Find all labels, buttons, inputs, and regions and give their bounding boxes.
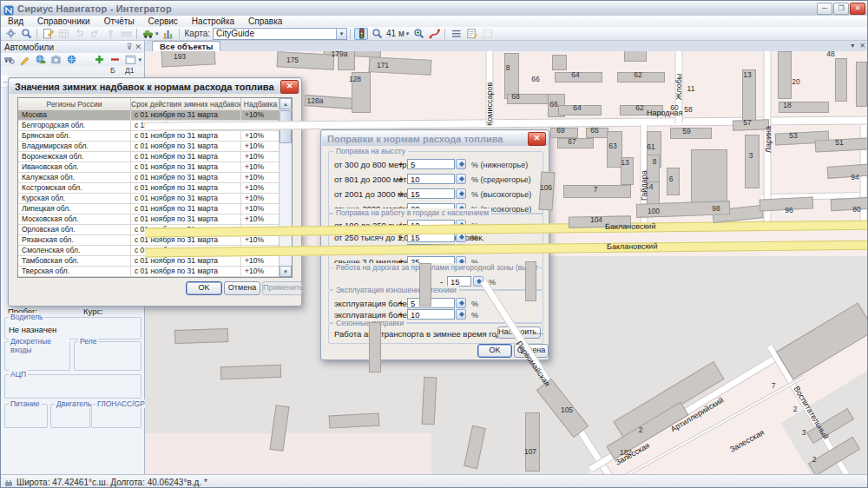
value-field[interactable]: 10 xyxy=(407,309,455,320)
value-field[interactable]: 10 xyxy=(407,174,455,184)
menu-item-1[interactable]: Справочники xyxy=(30,16,97,27)
undo-icon[interactable] xyxy=(72,28,86,40)
remove-icon[interactable] xyxy=(108,54,122,66)
list-icon[interactable] xyxy=(449,28,463,40)
pin-map-icon[interactable] xyxy=(103,28,117,40)
gear-icon[interactable] xyxy=(3,28,17,40)
cell-region: Москва xyxy=(18,110,131,120)
dialog1-apply-button[interactable]: Применить xyxy=(262,281,302,295)
menu-item-3[interactable]: Сервис xyxy=(141,16,185,27)
car-search-icon[interactable] xyxy=(2,54,16,66)
gps-group: ГЛОНАСС/GPS xyxy=(91,404,141,428)
window-titlebar: Сириус Навигатор - Интегратор ─ ❐ ✕ xyxy=(1,1,867,16)
menu-item-2[interactable]: Отчёты xyxy=(97,16,141,27)
zoom-level-dropdown[interactable]: 41 м▾ xyxy=(386,29,409,38)
spinner-control[interactable] xyxy=(456,174,466,184)
power-group: Питание xyxy=(4,404,48,428)
building xyxy=(835,58,847,102)
menu-item-5[interactable]: Справка xyxy=(241,16,289,27)
route-icon[interactable] xyxy=(427,28,441,40)
globe-icon[interactable] xyxy=(64,54,78,66)
menu-item-4[interactable]: Настройка xyxy=(185,16,241,27)
map-source-value: CityGuide xyxy=(216,29,254,38)
building-number: 67 xyxy=(568,137,575,146)
restore-button[interactable]: ❐ xyxy=(833,3,849,15)
zoom-icon[interactable] xyxy=(370,28,384,40)
table-row[interactable]: Тульская обл.с 01 ноября по 31 марта+10% xyxy=(18,277,279,278)
scroll-down-icon[interactable]: ▼ xyxy=(279,266,292,277)
edit-doc-icon[interactable] xyxy=(41,28,55,40)
photo-icon[interactable] xyxy=(49,54,62,66)
spinner-control[interactable] xyxy=(456,298,466,308)
driver-value: Не назначен xyxy=(9,325,56,334)
panel-close-icon[interactable]: ✕ xyxy=(135,43,141,51)
tab-menu-icon[interactable]: ▾ xyxy=(851,42,854,49)
engine-group: Двигатель xyxy=(50,404,90,428)
frame-icon[interactable] xyxy=(480,28,494,40)
value-field[interactable]: 15 xyxy=(407,188,455,199)
column-b: Б xyxy=(110,66,115,75)
traffic-light-icon[interactable] xyxy=(354,28,368,40)
cell-region: Белгородская обл. xyxy=(18,121,131,130)
table-row[interactable]: Ивановская обл.с 01 ноября по 31 марта+1… xyxy=(18,162,279,173)
table-row[interactable]: Костромская обл.с 01 ноября по 31 марта+… xyxy=(18,183,279,194)
menu-bar: ВидСправочникиОтчётыСервисНастройкаСправ… xyxy=(1,16,867,28)
chart-icon[interactable] xyxy=(161,28,175,40)
dialog2-close-icon[interactable]: ✕ xyxy=(528,132,546,146)
note-icon[interactable] xyxy=(464,28,478,40)
building xyxy=(778,51,792,99)
panel-icon[interactable] xyxy=(123,54,137,66)
dialog1-cancel-button[interactable]: Отмена xyxy=(224,281,260,295)
cell-period: с 01 ноября по 31 марта xyxy=(131,183,241,193)
table-row[interactable]: Московская обл.с 01 ноября по 31 марта+1… xyxy=(18,214,279,225)
cell-period: с 01 ноября по 31 марта xyxy=(131,277,241,278)
minimize-button[interactable]: ─ xyxy=(817,3,832,15)
pencil-icon[interactable] xyxy=(17,54,31,66)
add-icon[interactable] xyxy=(92,54,106,66)
vehicles-panel-header: Автомобили ⊽ ✕ xyxy=(1,41,144,54)
table-row[interactable]: Тверская обл.с 01 ноября по 31 марта+10% xyxy=(18,267,279,277)
chevron-down-icon: ▾ xyxy=(406,30,410,37)
table-row[interactable]: Курская обл.с 01 ноября по 31 марта+10% xyxy=(18,194,279,204)
discrete-inputs-group: Дискретные входы xyxy=(4,341,70,371)
dialog1-ok-button[interactable]: OK xyxy=(186,281,222,295)
dialog1-close-icon[interactable]: ✕ xyxy=(280,80,299,94)
map-source-combo[interactable]: CityGuide▾ xyxy=(213,28,347,40)
dialog2-ok-button[interactable]: OK xyxy=(477,344,512,358)
pin-icon[interactable]: ⊽ xyxy=(127,43,133,51)
table-row[interactable]: Калужская обл.с 01 ноября по 31 марта+10… xyxy=(18,173,279,183)
zoom-icon[interactable] xyxy=(19,28,33,40)
spinner-control[interactable] xyxy=(456,309,466,320)
col-period: Срок действия зимних надбавок xyxy=(131,98,241,110)
globe-car-icon[interactable] xyxy=(33,54,47,66)
spinner-control[interactable] xyxy=(456,188,466,199)
table-row[interactable]: Липецкая обл.с 01 ноября по 31 марта+10% xyxy=(18,204,279,214)
car-icon[interactable] xyxy=(141,28,155,40)
column-d1: Д1 xyxy=(125,66,134,75)
building-number: 105 xyxy=(561,406,573,414)
tree-expander[interactable]: – xyxy=(3,77,7,86)
cell-allowance: +10% xyxy=(241,214,279,224)
table-row[interactable]: Москвас 01 ноября по 31 марта+10% xyxy=(18,110,279,121)
spinner-control[interactable] xyxy=(456,159,466,169)
cell-region: Курская обл. xyxy=(18,194,131,203)
redo-icon[interactable] xyxy=(88,28,102,40)
building xyxy=(419,263,431,307)
table-row[interactable]: Тамбовская обл.с 01 ноября по 31 марта+1… xyxy=(18,256,279,267)
tab-close-icon[interactable]: ✕ xyxy=(859,42,865,49)
table-row[interactable]: Воронежская обл.с 01 ноября по 31 марта+… xyxy=(18,152,279,162)
menu-item-0[interactable]: Вид xyxy=(1,16,30,27)
table-row[interactable]: Брянская обл.с 01 ноября по 31 марта+10% xyxy=(18,131,279,142)
value-field[interactable]: 5 xyxy=(407,159,455,169)
close-button[interactable]: ✕ xyxy=(850,3,865,15)
building-number: 69 xyxy=(556,126,564,135)
toolbar-separator xyxy=(36,29,37,39)
grid-icon[interactable] xyxy=(56,28,70,40)
table-row[interactable]: Владимирская обл.с 01 ноября по 31 марта… xyxy=(18,142,279,152)
cell-region: Калужская обл. xyxy=(18,173,131,182)
scroll-up-icon[interactable]: ▲ xyxy=(279,98,292,109)
ruler-icon[interactable] xyxy=(119,28,133,40)
building-number: 7 xyxy=(772,381,776,390)
cell-allowance: +10% xyxy=(241,267,279,276)
zoom-plus-icon[interactable] xyxy=(411,28,425,40)
